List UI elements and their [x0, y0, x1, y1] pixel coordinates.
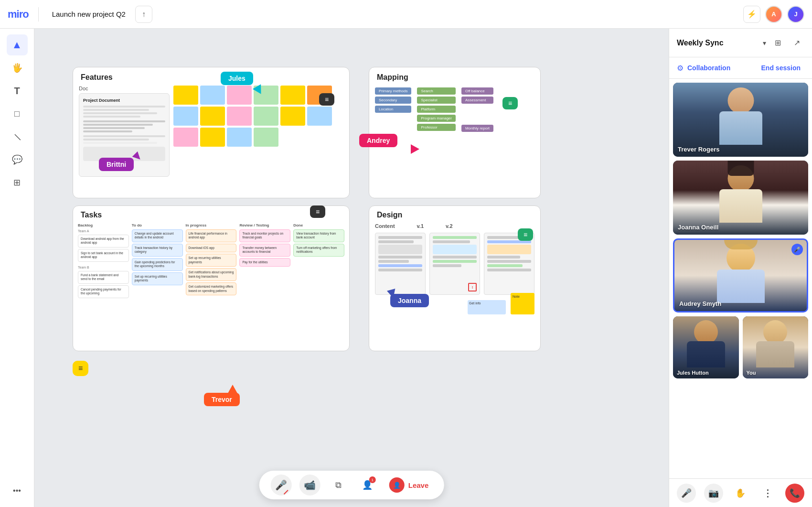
collaboration-label: Collaboration — [687, 64, 754, 72]
panel-end-call-button[interactable]: 📞 — [785, 484, 804, 503]
hand-icon: 🖐 — [12, 63, 22, 73]
features-title: Features — [73, 67, 349, 84]
chat-bubble-3: ≡ — [502, 97, 518, 109]
panel-bottom-controls: 🎤 📷 ✋ ⋮ 📞 — [669, 478, 812, 507]
features-quadrant: Features Doc Project Document — [73, 67, 350, 198]
audrey-name-tag: Audrey Smyth — [679, 300, 721, 307]
design-quadrant: Design Content v.1 v.2 — [369, 205, 541, 351]
line-tool[interactable]: | — [2, 122, 32, 151]
trevor-cursor-label: Trevor — [204, 393, 240, 406]
dropdown-button[interactable]: ▾ — [763, 39, 766, 47]
more-icon: ••• — [13, 486, 21, 495]
filter-button[interactable]: ⚡ — [743, 6, 760, 23]
participant-joanna: Joanna Oneill — [673, 161, 808, 235]
mute-icon: 🎤 — [275, 479, 287, 491]
participant-audrey: 🎤 Audrey Smyth — [673, 238, 808, 313]
comment-tool[interactable]: 💬 — [7, 149, 28, 170]
miro-logo: miro — [8, 8, 29, 21]
cursor-tool[interactable]: ▲ — [7, 34, 28, 55]
mute-button[interactable]: 🎤 — [271, 475, 292, 496]
canvas-area: Features Doc Project Document — [34, 29, 669, 507]
leave-button[interactable]: 👤 Leave — [385, 475, 433, 495]
screen-layout-button[interactable]: ⊞ — [770, 35, 785, 51]
note-tool[interactable]: □ — [7, 103, 28, 124]
popout-button[interactable]: ↗ — [789, 35, 804, 51]
participant-jules: Jules Hutton — [673, 316, 739, 378]
participant-you: You — [743, 316, 809, 378]
project-title[interactable]: Launch new project Q2 — [48, 8, 129, 20]
leave-label: Leave — [408, 481, 429, 489]
comment-icon: 💬 — [12, 154, 22, 165]
andrey-cursor-label: Andrey — [359, 134, 397, 147]
jules-cursor-label: Jules — [221, 72, 253, 85]
line-icon: | — [12, 132, 21, 141]
panel-subheader: ⚙ Collaboration End session — [669, 57, 812, 79]
tasks-title: Tasks — [73, 206, 349, 221]
mapping-quadrant: Mapping Primary methods Secondary Locati… — [369, 67, 541, 198]
header-right: ⚡ A J — [743, 6, 804, 23]
design-title: Design — [369, 206, 540, 221]
chat-bubble-4: ≡ — [518, 228, 533, 241]
cursor-icon: ▲ — [12, 39, 22, 51]
upload-button[interactable]: ↑ — [135, 6, 152, 23]
video-icon: 📹 — [304, 479, 316, 491]
note-icon: □ — [14, 109, 20, 119]
text-tool[interactable]: T — [7, 80, 28, 101]
brittni-cursor-label: Brittni — [99, 158, 134, 171]
joanna-cursor-label: Joanna — [390, 294, 429, 307]
jules-name-tag: Jules Hutton — [677, 370, 709, 376]
notification-badge: 1 — [369, 476, 376, 483]
header-divider — [38, 7, 39, 22]
frame-tool[interactable]: ⊞ — [7, 172, 28, 193]
leave-icon: 👤 — [389, 477, 405, 493]
tasks-quadrant: Tasks Backlog Team A Download android ap… — [73, 205, 350, 351]
session-title: Weekly Sync — [677, 39, 759, 47]
andrey-cursor-arrow — [411, 144, 419, 154]
video-grid: Trever Rogers Joanna Oneill 🎤 — [669, 79, 812, 478]
chat-bubble-1: ≡ — [319, 93, 334, 106]
avatar-user1: A — [765, 6, 782, 23]
panel-mic-button[interactable]: 🎤 — [677, 484, 696, 503]
more-tools[interactable]: ••• — [7, 480, 28, 501]
participant-trever: Trever Rogers — [673, 83, 808, 157]
bottom-controls: 🎤 📹 ⧉ 👤 1 👤 Leave — [259, 471, 444, 499]
people-button[interactable]: 👤 1 — [357, 475, 378, 496]
share-icon: ⧉ — [335, 480, 342, 490]
panel-hand-button[interactable]: ✋ — [731, 484, 750, 503]
share-button[interactable]: ⧉ — [328, 475, 349, 496]
frame-icon: ⊞ — [13, 177, 21, 188]
trevor-cursor-arrow — [228, 385, 237, 393]
mapping-title: Mapping — [369, 67, 540, 84]
text-icon: T — [14, 86, 20, 97]
left-toolbar: ▲ 🖐 T □ | 💬 ⊞ ••• — [0, 29, 34, 507]
you-name-tag: You — [747, 370, 756, 376]
hand-tool[interactable]: 🖐 — [7, 57, 28, 78]
panel-more-button[interactable]: ⋮ — [758, 484, 777, 503]
speaking-indicator: 🎤 — [791, 244, 803, 255]
trever-name-tag: Trever Rogers — [678, 146, 719, 153]
video-button[interactable]: 📹 — [299, 475, 321, 496]
end-session-button[interactable]: End session — [758, 62, 804, 74]
avatar-user2: J — [787, 6, 804, 23]
panel-header: Weekly Sync ▾ ⊞ ↗ — [669, 29, 812, 57]
collaboration-icon: ⚙ — [677, 64, 684, 73]
chat-bubble-2: ≡ — [310, 205, 325, 218]
panel-video-button[interactable]: 📷 — [704, 484, 723, 503]
joanna-name-tag: Joanna Oneill — [678, 224, 718, 231]
right-panel: Weekly Sync ▾ ⊞ ↗ ⚙ Collaboration End se… — [669, 29, 812, 507]
chat-bubble-5: ≡ — [73, 361, 88, 376]
